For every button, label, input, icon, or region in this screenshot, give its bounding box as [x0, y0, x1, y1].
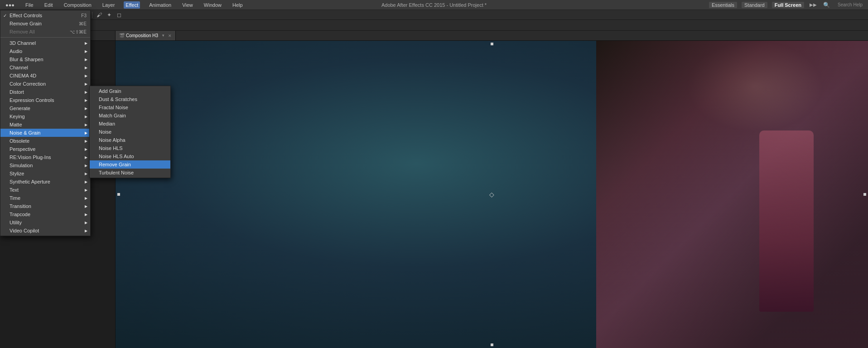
menu-item-video-copilot[interactable]: Video Copilot	[0, 227, 90, 235]
menu-item-keying[interactable]: Keying	[0, 112, 90, 121]
submenu-item-match-grain[interactable]: Match Grain	[90, 111, 170, 120]
remove-grain-label: Remove Grain	[10, 21, 42, 26]
context-menu-overlay[interactable]: Effect Controls F3 Remove Grain ⌘E Remov…	[0, 0, 868, 348]
menu-item-synthetic-aperture[interactable]: Synthetic Aperture	[0, 178, 90, 186]
submenu-item-turbulent-noise[interactable]: Turbulent Noise	[90, 169, 170, 177]
remove-grain-shortcut: ⌘E	[70, 21, 87, 26]
menu-item-simulation[interactable]: Simulation	[0, 161, 90, 169]
menu-item-remove-all[interactable]: Remove All ⌥⇧⌘E	[0, 28, 90, 36]
menu-item-time[interactable]: Time	[0, 194, 90, 202]
menu-item-blur-sharpen[interactable]: Blur & Sharpen	[0, 55, 90, 63]
menu-item-transition[interactable]: Transition	[0, 202, 90, 210]
menu-item-distort[interactable]: Distort	[0, 88, 90, 96]
menu-item-expression-controls[interactable]: Expression Controls	[0, 96, 90, 104]
submenu-item-noise-hls[interactable]: Noise HLS	[90, 144, 170, 152]
menu-item-revision[interactable]: RE:Vision Plug-Ins	[0, 153, 90, 161]
menu-item-remove-grain-top[interactable]: Remove Grain ⌘E	[0, 19, 90, 28]
menu-item-utility[interactable]: Utility	[0, 218, 90, 227]
menu-item-effect-controls[interactable]: Effect Controls F3	[0, 11, 90, 19]
menu-item-noise-grain[interactable]: Noise & Grain	[0, 129, 90, 137]
noise-grain-submenu: Add Grain Dust & Scratches Fractal Noise…	[89, 86, 171, 178]
menu-item-audio[interactable]: Audio	[0, 47, 90, 55]
menu-item-channel[interactable]: Channel	[0, 63, 90, 72]
submenu-item-noise[interactable]: Noise	[90, 128, 170, 136]
submenu-item-median[interactable]: Median	[90, 120, 170, 128]
menu-item-obsolete[interactable]: Obsolete	[0, 137, 90, 145]
effects-dropdown: Effect Controls F3 Remove Grain ⌘E Remov…	[0, 10, 91, 236]
submenu-item-add-grain[interactable]: Add Grain	[90, 87, 170, 95]
menu-item-cinema4d[interactable]: CINEMA 4D	[0, 72, 90, 80]
menu-item-trapcode[interactable]: Trapcode	[0, 210, 90, 218]
submenu-item-fractal-noise[interactable]: Fractal Noise	[90, 103, 170, 111]
remove-all-shortcut: ⌥⇧⌘E	[61, 29, 87, 34]
menu-item-text[interactable]: Text	[0, 186, 90, 194]
menu-item-3d-channel[interactable]: 3D Channel	[0, 39, 90, 47]
submenu-item-noise-hls-auto[interactable]: Noise HLS Auto	[90, 152, 170, 160]
menu-item-color-correction[interactable]: Color Correction	[0, 80, 90, 88]
effect-controls-label: Effect Controls	[10, 13, 42, 18]
menu-item-stylize[interactable]: Stylize	[0, 169, 90, 178]
menu-item-matte[interactable]: Matte	[0, 121, 90, 129]
submenu-item-noise-alpha[interactable]: Noise Alpha	[90, 136, 170, 144]
effect-controls-shortcut: F3	[72, 13, 87, 18]
menu-item-generate[interactable]: Generate	[0, 104, 90, 112]
menu-separator-1	[0, 37, 90, 38]
submenu-item-dust-scratches[interactable]: Dust & Scratches	[90, 95, 170, 103]
submenu-item-remove-grain[interactable]: Remove Grain	[90, 160, 170, 169]
menu-item-perspective[interactable]: Perspective	[0, 145, 90, 153]
remove-all-label: Remove All	[10, 29, 35, 34]
